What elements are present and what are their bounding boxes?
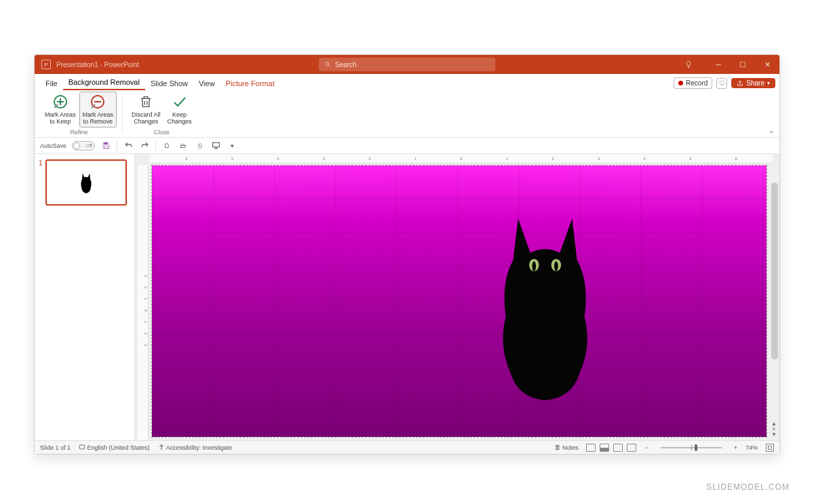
discard-all-changes-button[interactable]: Discard All Changes (128, 92, 164, 128)
pavement-texture (152, 166, 767, 437)
search-placeholder: Search (335, 61, 357, 69)
language-icon (79, 444, 85, 450)
ruler-mark: 3 (144, 275, 148, 281)
ruler-mark: 4 (643, 157, 645, 161)
search-icon (324, 61, 331, 68)
share-button[interactable]: Share ▾ (731, 78, 775, 88)
svg-rect-12 (212, 142, 219, 147)
svg-rect-2 (720, 81, 724, 85)
window-controls: ─ ☐ ✕ (676, 55, 779, 74)
ribbon-group-close: Discard All Changes Keep Changes Close (125, 92, 198, 137)
tab-background-removal[interactable]: Background Removal (63, 75, 145, 90)
mark-areas-to-remove-button[interactable]: Mark Areas to Remove (79, 92, 117, 128)
svg-point-0 (326, 62, 329, 66)
ruler-mark: 1 (414, 157, 416, 161)
present-mode-button[interactable] (716, 78, 727, 89)
ribbon-btn-label: Discard All (132, 111, 161, 118)
present-icon[interactable] (210, 140, 221, 151)
powerpoint-window: P Presentation1 - PowerPoint Search ─ ☐ … (34, 54, 780, 454)
ribbon-separator (122, 96, 123, 133)
zoom-percent[interactable]: 74% (745, 444, 758, 451)
svg-point-18 (161, 444, 162, 446)
slide-thumbnail[interactable]: 1 (39, 159, 130, 206)
ruler-mark: 5 (689, 157, 691, 161)
language-status[interactable]: English (United States) (79, 444, 150, 451)
accessibility-icon (158, 444, 165, 450)
normal-view-button[interactable] (586, 444, 596, 452)
save-icon[interactable] (100, 140, 111, 151)
fit-to-window-button[interactable] (766, 444, 774, 452)
ruler-mark: 3 (598, 157, 600, 161)
status-bar: Slide 1 of 1 English (United States) Acc… (35, 440, 779, 454)
watermark: SLIDEMODEL.COM (706, 482, 790, 492)
ribbon-btn-label: Mark Areas (45, 111, 76, 118)
ruler-mark: 3 (323, 157, 325, 161)
autosave-toggle[interactable]: Off (72, 141, 95, 151)
accessibility-status[interactable]: Accessibility: Investigate (158, 444, 233, 451)
slide-canvas[interactable] (151, 165, 767, 438)
background-removal-overlay (152, 166, 767, 437)
slide-nav-arrows[interactable]: ▲≡▼ (770, 421, 778, 438)
trash-icon (138, 94, 154, 110)
notes-label: Notes (562, 444, 579, 451)
minus-circle-icon (90, 94, 106, 110)
reading-view-button[interactable] (613, 444, 623, 452)
ruler-mark: 6 (735, 157, 737, 161)
chevron-down-icon: ▾ (767, 80, 770, 86)
open-file-icon[interactable]: 🗁 (178, 140, 189, 151)
minimize-button[interactable]: ─ (706, 55, 731, 74)
ruler-mark: 2 (144, 286, 148, 292)
svg-point-16 (554, 261, 558, 271)
tips-icon[interactable] (676, 55, 701, 74)
search-box[interactable]: Search (319, 58, 495, 71)
tab-view[interactable]: View (193, 77, 220, 90)
ribbon-btn-label: to Keep (50, 118, 71, 125)
tab-file[interactable]: File (40, 77, 63, 90)
app-icon: P (41, 60, 51, 69)
ruler-mark: 5 (231, 157, 233, 161)
tab-picture-format[interactable]: Picture Format (220, 77, 280, 90)
workspace: 1 6543210123456 3 2 1 0 1 2 3 (35, 154, 779, 440)
slideshow-view-button[interactable] (627, 444, 636, 452)
toggle-knob (73, 142, 80, 149)
ruler-mark: 2 (144, 332, 148, 338)
vertical-ruler: 3 2 1 0 1 2 3 (138, 165, 149, 440)
svg-rect-17 (79, 445, 85, 449)
redo-icon[interactable] (139, 140, 150, 151)
autosave-label: AutoSave (40, 142, 66, 149)
print-icon[interactable]: ⎙ (194, 140, 205, 151)
sorter-view-button[interactable] (600, 444, 609, 452)
collapse-ribbon-button[interactable]: ⌄ (769, 127, 774, 134)
undo-icon[interactable] (123, 140, 134, 151)
ribbon-btn-label: Changes (168, 118, 192, 125)
new-file-icon[interactable]: 🗋 (161, 140, 172, 151)
zoom-in-button[interactable]: + (734, 444, 737, 451)
svg-point-15 (532, 261, 536, 271)
notes-button[interactable]: ≣ Notes (555, 444, 578, 451)
ribbon-group-label: Refine (71, 129, 88, 137)
ruler-mark: 3 (144, 344, 148, 350)
ribbon-group-label: Close (154, 129, 170, 137)
keep-changes-button[interactable]: Keep Changes (164, 92, 195, 128)
ruler-mark: 0 (144, 309, 148, 315)
foreground-cat (484, 198, 606, 421)
ruler-mark: 1 (144, 298, 148, 304)
mark-areas-to-keep-button[interactable]: Mark Areas to Keep (41, 92, 79, 128)
check-icon (172, 94, 188, 110)
tab-slide-show[interactable]: Slide Show (145, 77, 193, 90)
scrollbar-thumb[interactable] (771, 182, 778, 359)
zoom-slider[interactable] (661, 447, 722, 448)
ruler-mark: 6 (185, 157, 187, 161)
slide-thumbnail-panel: 1 (35, 154, 135, 440)
zoom-out-button[interactable]: − (644, 444, 648, 451)
record-icon (678, 81, 683, 85)
vertical-scrollbar[interactable] (771, 168, 778, 420)
maximize-button[interactable]: ☐ (731, 55, 755, 74)
close-button[interactable]: ✕ (755, 55, 779, 74)
slide-position[interactable]: Slide 1 of 1 (40, 444, 71, 451)
titlebar: P Presentation1 - PowerPoint Search ─ ☐ … (35, 55, 779, 74)
more-icon[interactable]: ▾ (227, 140, 237, 151)
record-button[interactable]: Record (674, 77, 712, 89)
ribbon-group-refine: Mark Areas to Keep Mark Areas to Remove … (39, 92, 119, 137)
horizontal-ruler: 6543210123456 (150, 154, 773, 163)
